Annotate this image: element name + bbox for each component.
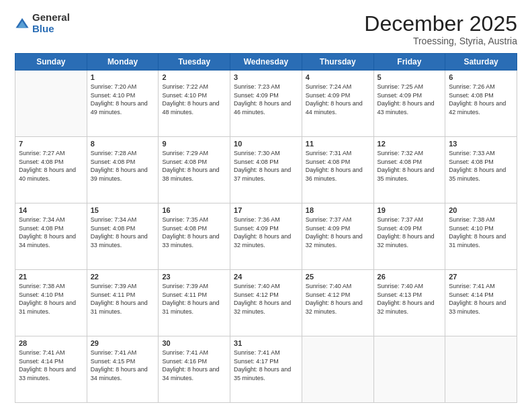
table-row: 8Sunrise: 7:28 AMSunset: 4:08 PMDaylight… <box>87 137 159 203</box>
table-row: 29Sunrise: 7:41 AMSunset: 4:15 PMDayligh… <box>87 336 159 403</box>
table-row: 17Sunrise: 7:36 AMSunset: 4:09 PMDayligh… <box>230 203 302 270</box>
day-number: 5 <box>378 73 442 81</box>
logo-blue: Blue <box>32 24 70 35</box>
day-info: Sunrise: 7:25 AMSunset: 4:09 PMDaylight:… <box>378 83 442 116</box>
table-row: 30Sunrise: 7:41 AMSunset: 4:16 PMDayligh… <box>159 336 230 403</box>
table-row <box>15 71 87 137</box>
day-info: Sunrise: 7:40 AMSunset: 4:13 PMDaylight:… <box>378 282 442 316</box>
day-info: Sunrise: 7:41 AMSunset: 4:14 PMDaylight:… <box>449 282 513 316</box>
day-number: 23 <box>162 273 226 281</box>
day-number: 27 <box>449 273 513 281</box>
day-number: 12 <box>378 140 442 148</box>
day-number: 15 <box>91 206 155 214</box>
day-info: Sunrise: 7:41 AMSunset: 4:14 PMDaylight:… <box>19 349 83 382</box>
day-info: Sunrise: 7:35 AMSunset: 4:08 PMDaylight:… <box>162 216 226 249</box>
table-row: 12Sunrise: 7:32 AMSunset: 4:08 PMDayligh… <box>373 137 445 203</box>
table-row: 13Sunrise: 7:33 AMSunset: 4:08 PMDayligh… <box>445 137 517 203</box>
day-number: 18 <box>306 206 370 214</box>
table-row <box>445 336 517 403</box>
logo-general: General <box>32 12 70 24</box>
table-row: 15Sunrise: 7:34 AMSunset: 4:08 PMDayligh… <box>87 203 159 270</box>
calendar: Sunday Monday Tuesday Wednesday Thursday… <box>15 53 517 403</box>
col-saturday: Saturday <box>445 54 517 71</box>
calendar-week-row: 28Sunrise: 7:41 AMSunset: 4:14 PMDayligh… <box>15 336 517 403</box>
month-title: December 2025 <box>364 12 517 36</box>
day-number: 31 <box>234 339 298 347</box>
header: General Blue December 2025 Troessing, St… <box>15 12 517 46</box>
day-info: Sunrise: 7:26 AMSunset: 4:08 PMDaylight:… <box>449 83 513 116</box>
day-number: 29 <box>91 339 155 347</box>
day-number: 16 <box>162 206 226 214</box>
table-row: 28Sunrise: 7:41 AMSunset: 4:14 PMDayligh… <box>15 336 87 403</box>
day-number: 26 <box>378 273 442 281</box>
day-number: 1 <box>91 73 155 81</box>
table-row: 20Sunrise: 7:38 AMSunset: 4:10 PMDayligh… <box>445 203 517 270</box>
table-row: 2Sunrise: 7:22 AMSunset: 4:10 PMDaylight… <box>159 71 230 137</box>
table-row: 3Sunrise: 7:23 AMSunset: 4:09 PMDaylight… <box>230 71 302 137</box>
day-number: 4 <box>306 73 370 81</box>
day-info: Sunrise: 7:41 AMSunset: 4:16 PMDaylight:… <box>162 349 226 382</box>
table-row: 18Sunrise: 7:37 AMSunset: 4:09 PMDayligh… <box>302 203 373 270</box>
day-number: 10 <box>234 140 298 148</box>
day-number: 8 <box>91 140 155 148</box>
day-info: Sunrise: 7:37 AMSunset: 4:09 PMDaylight:… <box>378 216 442 249</box>
logo: General Blue <box>15 12 70 34</box>
col-thursday: Thursday <box>302 54 373 71</box>
day-info: Sunrise: 7:33 AMSunset: 4:08 PMDaylight:… <box>449 149 513 183</box>
table-row: 1Sunrise: 7:20 AMSunset: 4:10 PMDaylight… <box>87 71 159 137</box>
table-row: 22Sunrise: 7:39 AMSunset: 4:11 PMDayligh… <box>87 270 159 336</box>
day-number: 14 <box>19 206 83 214</box>
table-row: 19Sunrise: 7:37 AMSunset: 4:09 PMDayligh… <box>373 203 445 270</box>
day-number: 30 <box>162 339 226 347</box>
day-info: Sunrise: 7:41 AMSunset: 4:15 PMDaylight:… <box>91 349 155 382</box>
day-number: 28 <box>19 339 83 347</box>
table-row: 16Sunrise: 7:35 AMSunset: 4:08 PMDayligh… <box>159 203 230 270</box>
day-info: Sunrise: 7:29 AMSunset: 4:08 PMDaylight:… <box>162 149 226 183</box>
calendar-week-row: 21Sunrise: 7:38 AMSunset: 4:10 PMDayligh… <box>15 270 517 336</box>
day-info: Sunrise: 7:31 AMSunset: 4:08 PMDaylight:… <box>306 149 370 183</box>
day-number: 3 <box>234 73 298 81</box>
day-info: Sunrise: 7:37 AMSunset: 4:09 PMDaylight:… <box>306 216 370 249</box>
table-row: 6Sunrise: 7:26 AMSunset: 4:08 PMDaylight… <box>445 71 517 137</box>
day-info: Sunrise: 7:36 AMSunset: 4:09 PMDaylight:… <box>234 216 298 249</box>
table-row: 23Sunrise: 7:39 AMSunset: 4:11 PMDayligh… <box>159 270 230 336</box>
day-number: 11 <box>306 140 370 148</box>
table-row: 4Sunrise: 7:24 AMSunset: 4:09 PMDaylight… <box>302 71 373 137</box>
day-info: Sunrise: 7:39 AMSunset: 4:11 PMDaylight:… <box>91 282 155 316</box>
day-info: Sunrise: 7:41 AMSunset: 4:17 PMDaylight:… <box>234 349 298 382</box>
day-info: Sunrise: 7:40 AMSunset: 4:12 PMDaylight:… <box>306 282 370 316</box>
day-info: Sunrise: 7:23 AMSunset: 4:09 PMDaylight:… <box>234 83 298 116</box>
col-tuesday: Tuesday <box>159 54 230 71</box>
page: General Blue December 2025 Troessing, St… <box>0 0 532 411</box>
day-number: 13 <box>449 140 513 148</box>
day-number: 6 <box>449 73 513 81</box>
calendar-header-row: Sunday Monday Tuesday Wednesday Thursday… <box>15 54 517 71</box>
day-info: Sunrise: 7:27 AMSunset: 4:08 PMDaylight:… <box>19 149 83 183</box>
table-row: 14Sunrise: 7:34 AMSunset: 4:08 PMDayligh… <box>15 203 87 270</box>
day-number: 9 <box>162 140 226 148</box>
table-row: 10Sunrise: 7:30 AMSunset: 4:08 PMDayligh… <box>230 137 302 203</box>
day-number: 17 <box>234 206 298 214</box>
day-info: Sunrise: 7:40 AMSunset: 4:12 PMDaylight:… <box>234 282 298 316</box>
day-info: Sunrise: 7:39 AMSunset: 4:11 PMDaylight:… <box>162 282 226 316</box>
col-sunday: Sunday <box>15 54 87 71</box>
day-info: Sunrise: 7:32 AMSunset: 4:08 PMDaylight:… <box>378 149 442 183</box>
day-info: Sunrise: 7:34 AMSunset: 4:08 PMDaylight:… <box>91 216 155 249</box>
col-wednesday: Wednesday <box>230 54 302 71</box>
calendar-week-row: 7Sunrise: 7:27 AMSunset: 4:08 PMDaylight… <box>15 137 517 203</box>
day-number: 19 <box>378 206 442 214</box>
table-row: 24Sunrise: 7:40 AMSunset: 4:12 PMDayligh… <box>230 270 302 336</box>
day-info: Sunrise: 7:38 AMSunset: 4:10 PMDaylight:… <box>19 282 83 316</box>
table-row: 27Sunrise: 7:41 AMSunset: 4:14 PMDayligh… <box>445 270 517 336</box>
table-row: 7Sunrise: 7:27 AMSunset: 4:08 PMDaylight… <box>15 137 87 203</box>
day-number: 2 <box>162 73 226 81</box>
table-row: 31Sunrise: 7:41 AMSunset: 4:17 PMDayligh… <box>230 336 302 403</box>
col-monday: Monday <box>87 54 159 71</box>
col-friday: Friday <box>373 54 445 71</box>
table-row: 25Sunrise: 7:40 AMSunset: 4:12 PMDayligh… <box>302 270 373 336</box>
day-info: Sunrise: 7:34 AMSunset: 4:08 PMDaylight:… <box>19 216 83 249</box>
day-info: Sunrise: 7:22 AMSunset: 4:10 PMDaylight:… <box>162 83 226 116</box>
day-number: 7 <box>19 140 83 148</box>
title-block: December 2025 Troessing, Styria, Austria <box>364 12 517 46</box>
table-row: 5Sunrise: 7:25 AMSunset: 4:09 PMDaylight… <box>373 71 445 137</box>
